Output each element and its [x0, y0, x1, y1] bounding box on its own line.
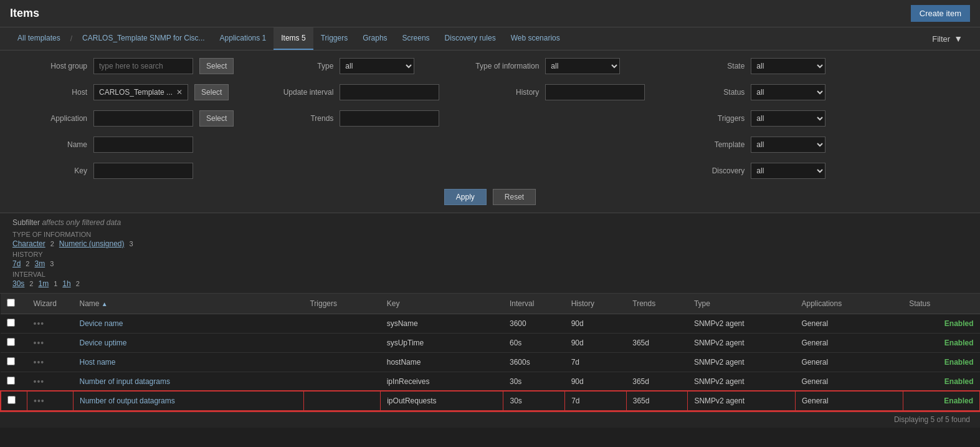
item-name-link[interactable]: Device name: [80, 319, 123, 328]
filter-hostgroup-label: Host group: [12, 62, 87, 70]
subfilter-count-numeric: 3: [130, 240, 133, 248]
filter-hostgroup-select-button[interactable]: Select: [199, 58, 234, 74]
row-wizard: •••: [27, 353, 74, 372]
th-name[interactable]: Name ▲: [74, 294, 304, 314]
row-interval: 3600: [503, 314, 565, 334]
filter-trends-input[interactable]: [340, 110, 439, 127]
row-interval: 30s: [503, 372, 565, 392]
filter-hostgroup-input[interactable]: [93, 58, 193, 74]
filter-triggers-select[interactable]: all Yes No: [751, 110, 825, 127]
filter-history-label: History: [464, 88, 539, 97]
item-name-link[interactable]: Host name: [80, 358, 116, 367]
filter-type-select[interactable]: all Zabbix agent SNMPv2 agent: [340, 58, 414, 74]
filter-column-4: State all Normal Not supported Status al…: [670, 58, 825, 184]
filter-application-input[interactable]: [93, 110, 193, 127]
subfilter-tag-1h[interactable]: 1h: [62, 279, 70, 288]
wizard-dots[interactable]: •••: [34, 338, 45, 348]
filter-name-input[interactable]: [93, 137, 193, 153]
filter-column-2: Type all Zabbix agent SNMPv2 agent Updat…: [259, 58, 439, 132]
row-name: Device name: [74, 314, 304, 334]
subfilter-tag-numeric[interactable]: Numeric (unsigned): [59, 239, 125, 248]
reset-button[interactable]: Reset: [493, 189, 536, 205]
filter-application-select-button[interactable]: Select: [199, 110, 234, 127]
th-type: Type: [688, 294, 796, 314]
subfilter-tag-30s[interactable]: 30s: [12, 279, 24, 288]
filter-update-interval-label: Update interval: [259, 88, 333, 97]
filter-template-select[interactable]: all: [751, 137, 825, 153]
filter-type-of-info-label: Type of information: [464, 62, 539, 70]
row-name: Number of output datagrams: [74, 392, 304, 411]
tab-graphs[interactable]: Graphs: [355, 27, 394, 50]
row-checkbox[interactable]: [7, 357, 15, 365]
filter-button[interactable]: Filter ▼: [925, 29, 970, 49]
filter-label: Filter: [932, 34, 950, 44]
host-tag-remove[interactable]: ✕: [176, 88, 183, 97]
row-key: ipInReceives: [381, 372, 503, 392]
filter-update-interval-input[interactable]: [340, 84, 439, 100]
tab-web-scenarios[interactable]: Web scenarios: [503, 27, 568, 50]
breadcrumb-all-templates[interactable]: All templates: [10, 27, 68, 50]
row-checkbox[interactable]: [7, 396, 16, 404]
filter-column-3: Type of information all Numeric (unsigne…: [464, 58, 645, 105]
filter-application-label: Application: [12, 114, 87, 123]
row-key: hostName: [381, 353, 503, 372]
row-key: sysName: [381, 314, 503, 334]
subfilter-history: HISTORY 7d 2 3m 3: [12, 251, 968, 268]
subfilter-tag-3m[interactable]: 3m: [34, 259, 45, 268]
subfilter-tag-character[interactable]: Character: [12, 239, 45, 248]
row-triggers: [303, 353, 380, 372]
wizard-dots[interactable]: •••: [34, 357, 45, 367]
filter-row-template: Template all: [670, 137, 825, 153]
row-checkbox[interactable]: [7, 338, 15, 346]
row-key: sysUpTime: [381, 334, 503, 353]
tab-items[interactable]: Items 5: [274, 27, 313, 50]
subfilter-history-category: HISTORY: [12, 251, 968, 258]
select-all-checkbox[interactable]: [7, 299, 15, 307]
item-name-link[interactable]: Number of output datagrams: [80, 397, 175, 405]
tab-discovery-rules[interactable]: Discovery rules: [437, 27, 503, 50]
filter-history-input[interactable]: [545, 84, 645, 100]
subfilter-type-category: TYPE OF INFORMATION: [12, 231, 968, 238]
row-history: 90d: [565, 314, 627, 334]
apply-button[interactable]: Apply: [444, 189, 487, 205]
subfilter-count-30s: 2: [29, 280, 33, 287]
wizard-dots[interactable]: •••: [34, 396, 45, 406]
status-badge: Enabled: [944, 397, 973, 405]
filter-template-label: Template: [670, 140, 745, 149]
subfilter-type-of-info: TYPE OF INFORMATION Character 2 Numeric …: [12, 231, 968, 248]
filter-icon: ▼: [954, 34, 963, 44]
row-name: Number of input datagrams: [74, 372, 304, 392]
filter-key-input[interactable]: [93, 163, 193, 179]
item-name-link[interactable]: Number of input datagrams: [80, 377, 170, 386]
host-tag: CARLOS_Template ... ✕: [93, 84, 188, 100]
filter-status-select[interactable]: all Enabled Disabled: [751, 84, 825, 100]
page-title: Items: [10, 7, 39, 20]
filter-type-of-info-select[interactable]: all Numeric (unsigned) Character: [545, 58, 620, 74]
filter-host-select-button[interactable]: Select: [194, 84, 229, 100]
filter-row-trends: Trends: [259, 110, 439, 127]
row-checkbox[interactable]: [7, 319, 15, 327]
filter-host-label: Host: [12, 88, 87, 97]
wizard-dots[interactable]: •••: [34, 319, 45, 329]
tab-triggers[interactable]: Triggers: [313, 27, 356, 50]
row-history: 90d: [565, 372, 627, 392]
subfilter-tag-1m[interactable]: 1m: [38, 279, 49, 288]
subfilter-interval-tags: 30s 2 1m 1 1h 2: [12, 279, 968, 288]
filter-state-select[interactable]: all Normal Not supported: [751, 58, 825, 74]
th-interval: Interval: [503, 294, 565, 314]
th-wizard: Wizard: [27, 294, 74, 314]
row-checkbox[interactable]: [7, 377, 15, 385]
wizard-dots[interactable]: •••: [34, 377, 45, 387]
breadcrumb-template[interactable]: CARLOS_Template SNMP for Cisc...: [75, 27, 212, 50]
subfilter-history-tags: 7d 2 3m 3: [12, 259, 968, 268]
row-triggers: [303, 334, 380, 353]
tab-applications[interactable]: Applications 1: [212, 27, 274, 50]
filter-discovery-select[interactable]: all Yes No: [751, 163, 825, 179]
row-wizard: •••: [27, 392, 74, 411]
item-name-link[interactable]: Device uptime: [80, 339, 127, 347]
create-item-button[interactable]: Create item: [911, 5, 970, 22]
subfilter-tag-7d[interactable]: 7d: [12, 259, 21, 268]
tab-screens[interactable]: Screens: [395, 27, 437, 50]
table-row: ••• Device name sysName 3600 90d SNMPv2 …: [1, 314, 980, 334]
row-applications: General: [796, 314, 903, 334]
